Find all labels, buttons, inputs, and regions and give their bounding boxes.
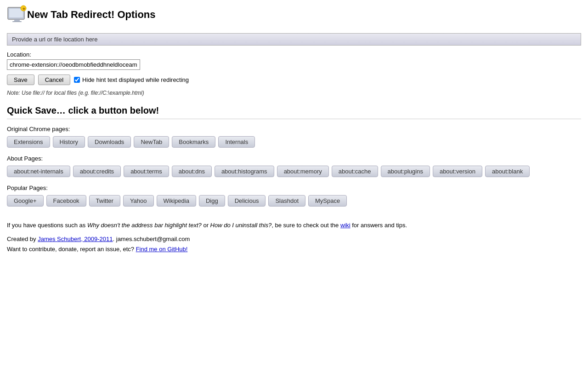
about-page-button[interactable]: about:terms [124, 166, 169, 177]
popular-page-button[interactable]: Yahoo [123, 195, 154, 207]
popular-pages-group: Google+FacebookTwitterYahooWikipediaDigg… [7, 195, 581, 207]
chrome-page-button[interactable]: Extensions [7, 136, 50, 148]
github-link[interactable]: Find me on GitHub! [136, 246, 188, 253]
app-icon: ★ [7, 5, 27, 25]
action-row: Save Cancel Hide hint text displayed whi… [7, 75, 581, 85]
about-page-button[interactable]: about:net-internals [7, 166, 70, 177]
chrome-pages-group: ExtensionsHistoryDownloadsNewTabBookmark… [7, 136, 581, 148]
credit-text: Created by James Schubert, 2009-2011. ja… [7, 234, 581, 254]
note-text: Note: Use file:// for local files (e.g. … [7, 90, 581, 96]
popular-page-button[interactable]: Digg [199, 195, 225, 207]
chrome-page-button[interactable]: Internals [218, 136, 255, 148]
checkbox-label[interactable]: Hide hint text displayed while redirecti… [74, 76, 189, 83]
popular-page-button[interactable]: Facebook [46, 195, 86, 207]
about-page-button[interactable]: about:blank [485, 166, 530, 177]
chrome-page-button[interactable]: History [53, 136, 85, 148]
about-page-button[interactable]: about:dns [172, 166, 212, 177]
popular-page-button[interactable]: Delicious [228, 195, 266, 207]
popular-page-button[interactable]: Google+ [7, 195, 44, 207]
svg-rect-3 [12, 21, 22, 22]
about-page-button[interactable]: about:plugins [381, 166, 430, 177]
location-label: Location: [7, 51, 581, 58]
about-page-button[interactable]: about:histograms [215, 166, 274, 177]
hide-hint-checkbox[interactable] [74, 77, 80, 83]
popular-page-button[interactable]: Twitter [89, 195, 120, 207]
author-link[interactable]: James Schubert, 2009-2011 [38, 236, 113, 242]
page-header: ★ New Tab Redirect! Options [7, 5, 581, 25]
popular-page-button[interactable]: Wikipedia [157, 195, 196, 207]
about-pages-group: about:net-internalsabout:creditsabout:te… [7, 166, 581, 177]
about-page-button[interactable]: about:memory [277, 166, 329, 177]
svg-rect-2 [14, 19, 20, 21]
svg-text:★: ★ [22, 6, 26, 11]
about-pages-label: About Pages: [7, 155, 581, 162]
about-page-button[interactable]: about:credits [73, 166, 121, 177]
popular-page-button[interactable]: MySpace [308, 195, 347, 207]
about-page-button[interactable]: about:cache [332, 166, 378, 177]
cancel-button[interactable]: Cancel [38, 75, 70, 85]
wiki-link[interactable]: wiki [340, 222, 351, 229]
chrome-pages-label: Original Chrome pages: [7, 126, 581, 132]
quick-save-title: Quick Save… click a button below! [7, 105, 581, 119]
svg-rect-1 [9, 9, 23, 17]
popular-page-button[interactable]: Slashdot [268, 195, 305, 207]
location-input[interactable] [7, 59, 140, 70]
about-page-button[interactable]: about:version [433, 166, 482, 177]
chrome-page-button[interactable]: NewTab [134, 136, 169, 148]
page-title: New Tab Redirect! Options [27, 9, 156, 21]
save-button[interactable]: Save [7, 75, 34, 85]
location-group: Location: [7, 51, 581, 70]
chrome-page-button[interactable]: Downloads [88, 136, 131, 148]
info-text: If you have questions such as Why doesn'… [7, 221, 581, 230]
section-bar: Provide a url or file location here [7, 33, 581, 46]
chrome-page-button[interactable]: Bookmarks [172, 136, 215, 148]
popular-pages-label: Popular Pages: [7, 184, 581, 191]
